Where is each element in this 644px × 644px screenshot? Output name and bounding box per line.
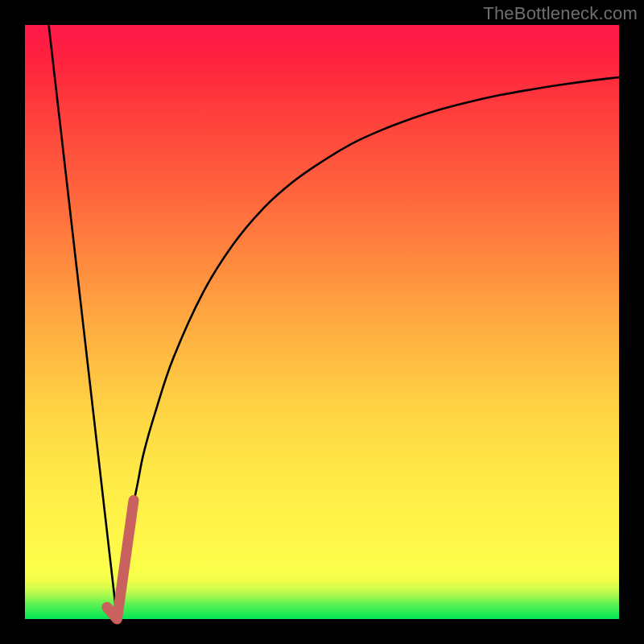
left-line — [49, 25, 118, 619]
right-curve — [117, 77, 619, 619]
chart-frame: TheBottleneck.com — [0, 0, 644, 644]
watermark-text: TheBottleneck.com — [483, 3, 638, 24]
chart-plot-area — [25, 25, 619, 619]
chart-svg — [25, 25, 619, 619]
